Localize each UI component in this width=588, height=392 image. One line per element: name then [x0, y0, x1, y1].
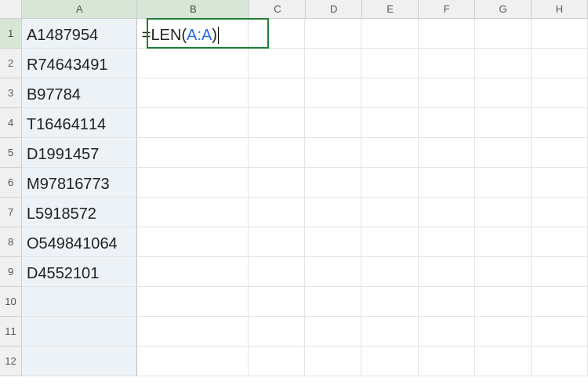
- cell-C5[interactable]: [249, 138, 305, 168]
- cell-H11[interactable]: [532, 317, 588, 347]
- cell-B3[interactable]: [137, 78, 249, 108]
- cell-G6[interactable]: [475, 168, 532, 198]
- cell-C11[interactable]: [249, 317, 305, 347]
- cell-A8[interactable]: O549841064: [22, 227, 137, 257]
- cell-F2[interactable]: [419, 49, 475, 78]
- cell-H7[interactable]: [532, 198, 588, 227]
- cell-D11[interactable]: [305, 317, 361, 347]
- cell-D1[interactable]: [305, 19, 361, 49]
- row-header-5[interactable]: 5: [0, 138, 22, 168]
- cell-G9[interactable]: [475, 257, 532, 287]
- cell-H12[interactable]: [532, 347, 588, 376]
- cell-G7[interactable]: [475, 198, 532, 227]
- cell-H1[interactable]: [532, 19, 588, 49]
- formula-input[interactable]: =LEN(A:A): [142, 26, 219, 45]
- cell-F1[interactable]: [419, 19, 475, 49]
- cell-C8[interactable]: [249, 227, 305, 257]
- cell-A11[interactable]: [22, 317, 137, 347]
- cell-E7[interactable]: [361, 198, 418, 227]
- cell-G5[interactable]: [475, 138, 532, 168]
- cell-E4[interactable]: [361, 108, 418, 138]
- cell-D9[interactable]: [305, 257, 361, 287]
- cell-E5[interactable]: [361, 138, 418, 168]
- cell-F5[interactable]: [419, 138, 475, 168]
- cell-D8[interactable]: [305, 227, 361, 257]
- column-header-A[interactable]: A: [22, 0, 137, 19]
- cell-F7[interactable]: [419, 198, 475, 227]
- row-header-7[interactable]: 7: [0, 198, 22, 227]
- cell-A9[interactable]: D4552101: [22, 257, 137, 287]
- column-header-E[interactable]: E: [362, 0, 419, 19]
- cell-C4[interactable]: [249, 108, 305, 138]
- cell-H8[interactable]: [532, 227, 588, 257]
- column-header-G[interactable]: G: [475, 0, 532, 19]
- cell-F3[interactable]: [419, 78, 475, 108]
- cell-A2[interactable]: R74643491: [22, 49, 137, 78]
- cell-B12[interactable]: [137, 347, 249, 376]
- row-header-12[interactable]: 12: [0, 347, 22, 376]
- cell-C7[interactable]: [249, 198, 305, 227]
- cell-D10[interactable]: [305, 287, 361, 317]
- cell-B10[interactable]: [137, 287, 249, 317]
- cell-A6[interactable]: M97816773: [22, 168, 137, 198]
- column-header-C[interactable]: C: [249, 0, 306, 19]
- cell-F11[interactable]: [419, 317, 475, 347]
- cell-E10[interactable]: [361, 287, 418, 317]
- cell-A1[interactable]: A1487954: [22, 19, 137, 49]
- cell-G2[interactable]: [475, 49, 532, 78]
- cell-C1[interactable]: [249, 19, 305, 49]
- cell-C9[interactable]: [249, 257, 305, 287]
- row-header-6[interactable]: 6: [0, 168, 22, 198]
- cell-A7[interactable]: L5918572: [22, 198, 137, 227]
- row-header-4[interactable]: 4: [0, 108, 22, 138]
- cell-H3[interactable]: [532, 78, 588, 108]
- cell-B5[interactable]: [137, 138, 249, 168]
- cell-C6[interactable]: [249, 168, 305, 198]
- cell-B11[interactable]: [137, 317, 249, 347]
- cell-E2[interactable]: [361, 49, 418, 78]
- row-header-10[interactable]: 10: [0, 287, 22, 317]
- cell-D2[interactable]: [305, 49, 361, 78]
- cell-C10[interactable]: [249, 287, 305, 317]
- cell-A12[interactable]: [22, 347, 137, 376]
- cell-H5[interactable]: [532, 138, 588, 168]
- cell-D3[interactable]: [305, 78, 361, 108]
- cell-F10[interactable]: [419, 287, 475, 317]
- cell-G1[interactable]: [475, 19, 532, 49]
- cell-G11[interactable]: [475, 317, 532, 347]
- column-header-D[interactable]: D: [306, 0, 362, 19]
- cell-D12[interactable]: [305, 347, 361, 376]
- column-header-F[interactable]: F: [419, 0, 475, 19]
- cell-F6[interactable]: [419, 168, 475, 198]
- cell-B2[interactable]: [137, 49, 249, 78]
- cell-H4[interactable]: [532, 108, 588, 138]
- cell-G10[interactable]: [475, 287, 532, 317]
- row-header-11[interactable]: 11: [0, 317, 22, 347]
- cell-B8[interactable]: [137, 227, 249, 257]
- cell-B9[interactable]: [137, 257, 249, 287]
- cell-E8[interactable]: [361, 227, 418, 257]
- cell-F4[interactable]: [419, 108, 475, 138]
- cell-H9[interactable]: [532, 257, 588, 287]
- column-header-H[interactable]: H: [532, 0, 588, 19]
- cell-G4[interactable]: [475, 108, 532, 138]
- cell-E11[interactable]: [361, 317, 418, 347]
- row-header-9[interactable]: 9: [0, 257, 22, 287]
- cell-G12[interactable]: [475, 347, 532, 376]
- cell-E12[interactable]: [361, 347, 418, 376]
- row-header-1[interactable]: 1: [0, 19, 22, 49]
- cell-B4[interactable]: [137, 108, 249, 138]
- cell-B7[interactable]: [137, 198, 249, 227]
- cell-H2[interactable]: [532, 49, 588, 78]
- cell-C2[interactable]: [249, 49, 305, 78]
- cell-D7[interactable]: [305, 198, 361, 227]
- cell-B1[interactable]: =LEN(A:A): [137, 19, 249, 49]
- cell-D5[interactable]: [305, 138, 361, 168]
- cell-C3[interactable]: [249, 78, 305, 108]
- cell-A5[interactable]: D1991457: [22, 138, 137, 168]
- cell-A10[interactable]: [22, 287, 137, 317]
- cell-F12[interactable]: [419, 347, 475, 376]
- cell-G8[interactable]: [475, 227, 532, 257]
- row-header-2[interactable]: 2: [0, 49, 22, 78]
- cell-E9[interactable]: [361, 257, 418, 287]
